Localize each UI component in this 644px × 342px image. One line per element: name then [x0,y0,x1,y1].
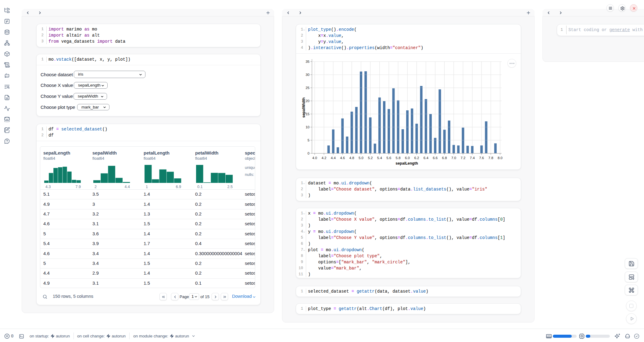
svg-text:20: 20 [306,99,309,103]
svg-text:25: 25 [306,86,309,90]
svg-text:6.8: 6.8 [442,156,447,160]
svg-text:5.8: 5.8 [396,156,401,160]
svg-text:5.4: 5.4 [377,156,382,160]
svg-text:8.0: 8.0 [498,156,503,160]
svg-text:6.0: 6.0 [405,156,410,160]
svg-text:5.6: 5.6 [386,156,391,160]
svg-text:10: 10 [306,125,309,129]
svg-text:5.2: 5.2 [368,156,373,160]
svg-text:35: 35 [306,60,309,63]
svg-text:5: 5 [308,138,309,142]
svg-text:7.2: 7.2 [460,156,465,160]
svg-text:4.6: 4.6 [340,156,345,160]
svg-text:4.8: 4.8 [349,156,354,160]
svg-text:30: 30 [306,73,309,77]
svg-text:7.4: 7.4 [470,156,475,160]
svg-text:15: 15 [306,112,309,116]
svg-text:6.4: 6.4 [424,156,429,160]
svg-text:sepalLength: sepalLength [395,161,418,166]
svg-text:0: 0 [308,151,309,155]
svg-text:6.2: 6.2 [414,156,419,160]
svg-text:4.4: 4.4 [331,156,336,160]
svg-text:7.8: 7.8 [488,156,493,160]
svg-text:sepalWidth: sepalWidth [302,98,306,118]
svg-text:4.0: 4.0 [312,156,317,160]
svg-text:5.0: 5.0 [359,156,363,160]
svg-text:4.2: 4.2 [321,156,326,160]
svg-text:7.6: 7.6 [479,156,484,160]
svg-text:7.0: 7.0 [451,156,456,160]
svg-text:6.6: 6.6 [433,156,438,160]
